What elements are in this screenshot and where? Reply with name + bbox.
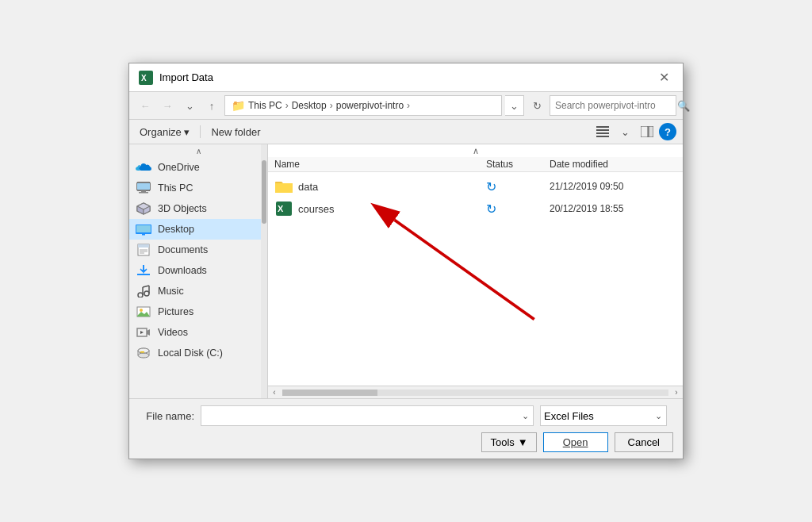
hscroll-track[interactable] bbox=[282, 390, 668, 396]
close-button[interactable]: ✕ bbox=[654, 68, 673, 87]
dialog-title: Import Data bbox=[159, 71, 654, 83]
col-header-name[interactable]: Name bbox=[274, 159, 486, 170]
table-row[interactable]: data ↻ 21/12/2019 09:50 bbox=[274, 175, 676, 198]
thispc-icon bbox=[136, 182, 151, 194]
downloads-icon bbox=[136, 264, 151, 277]
sidebar-item-3dobjects[interactable]: 3D Objects bbox=[129, 198, 267, 219]
file-status-courses: ↻ bbox=[486, 202, 550, 217]
view-buttons: ⌄ ? bbox=[592, 123, 676, 140]
breadcrumb[interactable]: 📁 This PC › Desktop › powerpivot-intro › bbox=[224, 95, 502, 116]
svg-rect-5 bbox=[596, 136, 609, 137]
help-button[interactable]: ? bbox=[659, 123, 676, 140]
breadcrumb-sep-3: › bbox=[407, 100, 410, 111]
breadcrumb-dropdown-button[interactable]: ⌄ bbox=[505, 95, 524, 116]
sidebar-scrollbar-thumb[interactable] bbox=[262, 160, 266, 224]
sidebar-item-downloads[interactable]: Downloads bbox=[129, 260, 267, 281]
svg-point-28 bbox=[138, 293, 143, 297]
file-name-row: File name: ⌄ Excel FilesAll FilesCSV Fil… bbox=[139, 405, 673, 426]
action-toolbar: Organize ▾ New folder ⌄ bbox=[129, 120, 683, 144]
bottom-panel: File name: ⌄ Excel FilesAll FilesCSV Fil… bbox=[129, 398, 683, 459]
3dobjects-icon bbox=[136, 202, 151, 215]
svg-rect-9 bbox=[137, 183, 150, 190]
actions-row: Tools ▼ Open Cancel bbox=[139, 432, 673, 452]
sync-icon-courses: ↻ bbox=[486, 202, 496, 217]
forward-button[interactable]: → bbox=[158, 96, 177, 115]
hscroll-right-button[interactable]: › bbox=[670, 386, 683, 399]
sidebar-label-music: Music bbox=[158, 286, 184, 297]
col-header-status[interactable]: Status bbox=[486, 159, 550, 170]
breadcrumb-powerpivot[interactable]: powerpivot-intro bbox=[336, 100, 404, 111]
preview-pane-button[interactable] bbox=[637, 123, 657, 140]
table-row[interactable]: X courses ↻ 20/12/2019 18:55 bbox=[274, 198, 676, 220]
hscroll-thumb[interactable] bbox=[282, 390, 377, 396]
search-bar: 🔍 bbox=[550, 95, 676, 116]
sidebar-scroll-up[interactable]: ∧ bbox=[129, 144, 267, 157]
breadcrumb-thispc[interactable]: This PC bbox=[248, 100, 282, 111]
sidebar-scrollbar[interactable] bbox=[261, 144, 267, 398]
title-bar: X Import Data ✕ bbox=[129, 63, 683, 92]
cancel-button[interactable]: Cancel bbox=[615, 432, 673, 452]
sidebar-item-pictures[interactable]: Pictures bbox=[129, 301, 267, 322]
file-name-label: File name: bbox=[139, 410, 194, 422]
import-data-dialog: X Import Data ✕ ← → ⌄ ↑ 📁 This PC › Desk… bbox=[128, 63, 684, 459]
search-icon: 🔍 bbox=[677, 100, 690, 112]
sidebar-label-thispc: This PC bbox=[158, 182, 193, 194]
horizontal-scrollbar: ‹ › bbox=[268, 386, 683, 398]
breadcrumb-desktop[interactable]: Desktop bbox=[292, 100, 327, 111]
svg-point-42 bbox=[138, 353, 149, 358]
tools-button[interactable]: Tools ▼ bbox=[481, 432, 536, 452]
dropdown-nav-button[interactable]: ⌄ bbox=[180, 96, 199, 115]
sidebar-item-documents[interactable]: Documents bbox=[129, 240, 267, 260]
sidebar-item-thispc[interactable]: This PC bbox=[129, 178, 267, 198]
file-list-scroll-up[interactable]: ∧ bbox=[268, 144, 683, 157]
sidebar: ∧ OneDrive bbox=[129, 144, 268, 398]
sidebar-item-videos[interactable]: Videos bbox=[129, 322, 267, 343]
sidebar-label-documents: Documents bbox=[158, 244, 208, 255]
excel-app-icon: X bbox=[139, 71, 153, 85]
excel-icon-courses: X bbox=[274, 201, 293, 217]
sync-icon-data: ↻ bbox=[486, 179, 496, 194]
desktop-icon bbox=[136, 223, 151, 236]
hscroll-left-button[interactable]: ‹ bbox=[268, 386, 281, 399]
svg-marker-27 bbox=[140, 270, 147, 273]
svg-rect-17 bbox=[136, 225, 151, 232]
file-name-data: data bbox=[298, 181, 486, 193]
up-button[interactable]: ↑ bbox=[202, 96, 221, 115]
tools-dropdown-icon: ▼ bbox=[518, 436, 528, 448]
details-view-button[interactable] bbox=[592, 123, 613, 140]
folder-icon: 📁 bbox=[232, 99, 245, 112]
sidebar-item-onedrive[interactable]: OneDrive bbox=[129, 157, 267, 178]
videos-icon bbox=[136, 326, 151, 339]
sidebar-label-pictures: Pictures bbox=[158, 306, 193, 317]
svg-rect-2 bbox=[596, 126, 609, 128]
file-list-content: data ↻ 21/12/2019 09:50 X courses bbox=[268, 172, 683, 386]
new-folder-button[interactable]: New folder bbox=[207, 124, 264, 140]
svg-rect-44 bbox=[140, 351, 144, 353]
sidebar-item-music[interactable]: Music bbox=[129, 281, 267, 301]
svg-rect-20 bbox=[138, 244, 149, 248]
search-input[interactable] bbox=[555, 100, 674, 111]
localdisk-icon bbox=[136, 347, 151, 359]
svg-rect-4 bbox=[596, 132, 609, 134]
sidebar-item-localdisk[interactable]: Local Disk (C:) bbox=[129, 343, 267, 363]
file-type-select[interactable]: Excel FilesAll FilesCSV FilesText Files bbox=[540, 405, 667, 426]
back-button[interactable]: ← bbox=[136, 96, 155, 115]
sidebar-item-desktop[interactable]: Desktop bbox=[129, 219, 267, 240]
svg-rect-11 bbox=[139, 192, 148, 194]
file-name-courses: courses bbox=[298, 203, 486, 215]
file-type-select-wrapper: Excel FilesAll FilesCSV FilesText Files … bbox=[540, 405, 667, 426]
view-dropdown-button[interactable]: ⌄ bbox=[615, 123, 635, 140]
file-status-data: ↻ bbox=[486, 179, 550, 194]
svg-line-31 bbox=[143, 286, 149, 287]
sidebar-label-videos: Videos bbox=[158, 327, 188, 338]
svg-rect-7 bbox=[649, 126, 653, 137]
tools-label: Tools bbox=[490, 436, 514, 448]
file-list-area: ∧ Name Status Date modified data bbox=[268, 144, 683, 398]
svg-point-29 bbox=[144, 291, 149, 296]
organize-button[interactable]: Organize ▾ bbox=[136, 124, 193, 140]
col-header-date[interactable]: Date modified bbox=[550, 159, 676, 170]
sidebar-label-downloads: Downloads bbox=[158, 265, 207, 276]
open-button[interactable]: Open bbox=[543, 432, 608, 452]
file-name-input[interactable] bbox=[201, 405, 534, 426]
refresh-button[interactable]: ↻ bbox=[527, 96, 546, 115]
